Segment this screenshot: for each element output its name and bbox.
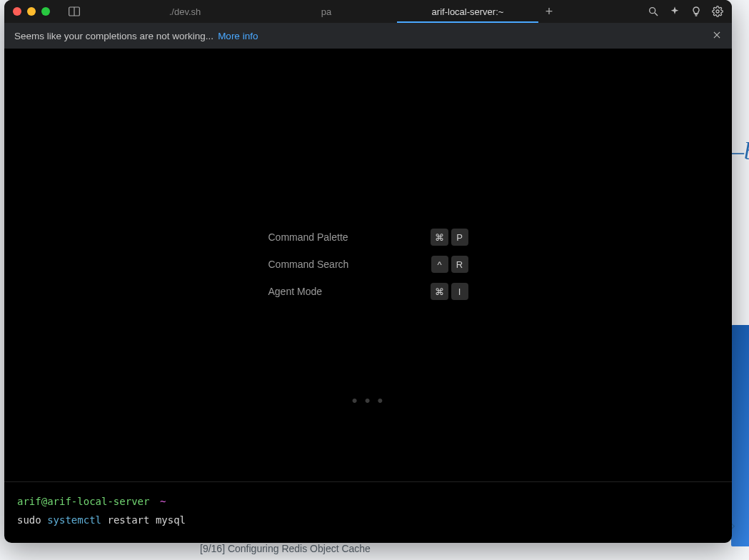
prompt-line: arif@arif-local-server ~ [17, 492, 719, 511]
maximize-window-button[interactable] [41, 7, 50, 16]
notice-bar: Seems like your completions are not work… [4, 23, 732, 49]
ellipsis-indicator: • • • [352, 391, 384, 410]
prompt-area[interactable]: arif@arif-local-server ~ sudo systemctl … [4, 481, 732, 543]
close-window-button[interactable] [13, 7, 21, 16]
shortcut-label: Command Palette [268, 231, 348, 243]
tab-arif-local-server[interactable]: arif-local-server:~ [397, 0, 538, 23]
command-line[interactable]: sudo systemctl restart mysql [17, 511, 719, 530]
cmd-systemctl: systemctl [47, 514, 101, 526]
shortcut-label: Agent Mode [268, 286, 323, 297]
background-graphic [731, 325, 749, 546]
key-cmd: ⌘ [431, 283, 448, 300]
terminal-body[interactable]: Command Palette ⌘ P Command Search ^ R A… [4, 49, 732, 481]
tab-bar: ./dev.sh pa arif-local-server:~ + [114, 0, 642, 23]
svg-line-4 [655, 13, 658, 16]
search-icon[interactable] [648, 6, 659, 17]
shortcut-label: Command Search [268, 259, 349, 270]
background-status-text: [9/16] Configuring Redis Object Cache [200, 543, 371, 554]
prompt-user-host: arif@arif-local-server [17, 496, 149, 507]
shortcut-hints: Command Palette ⌘ P Command Search ^ R A… [268, 229, 468, 310]
shortcut-command-search: Command Search ^ R [268, 256, 468, 273]
close-icon[interactable] [712, 30, 722, 42]
tab-pa[interactable]: pa [256, 0, 397, 23]
lightbulb-icon[interactable] [690, 6, 702, 17]
key-p: P [451, 229, 468, 246]
terminal-window: ./dev.sh pa arif-local-server:~ + Seems … [4, 0, 732, 543]
key-ctrl: ^ [431, 256, 448, 273]
cmd-args: restart mysql [107, 514, 186, 526]
split-pane-icon[interactable] [69, 6, 80, 16]
svg-point-3 [650, 8, 655, 14]
notice-text: Seems like your completions are not work… [14, 31, 213, 41]
titlebar-actions [648, 6, 723, 17]
window-controls [13, 7, 50, 16]
svg-point-5 [716, 10, 719, 13]
minimize-window-button[interactable] [27, 7, 36, 16]
shortcut-agent-mode: Agent Mode ⌘ I [268, 283, 468, 300]
prompt-path: ~ [160, 496, 166, 507]
key-cmd: ⌘ [431, 229, 448, 246]
sparkle-icon[interactable] [669, 6, 680, 17]
notice-link[interactable]: More info [218, 31, 258, 41]
key-r: R [451, 256, 468, 273]
tab-dev-sh[interactable]: ./dev.sh [114, 0, 256, 23]
cmd-sudo: sudo [17, 514, 41, 526]
background-text-right: –b [732, 138, 749, 165]
key-i: I [451, 283, 468, 300]
titlebar: ./dev.sh pa arif-local-server:~ + [4, 0, 732, 23]
shortcut-command-palette: Command Palette ⌘ P [268, 229, 468, 246]
add-tab-button[interactable]: + [538, 4, 560, 19]
gear-icon[interactable] [712, 6, 723, 17]
